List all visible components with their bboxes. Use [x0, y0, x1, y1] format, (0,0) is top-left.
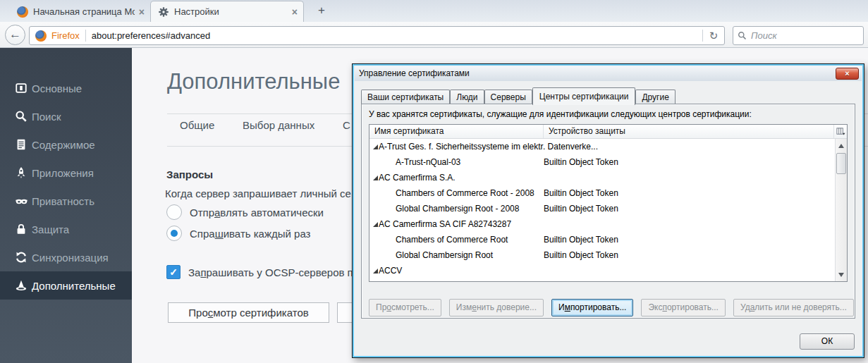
- sidebar-item-label: Основные: [32, 82, 82, 94]
- table-row[interactable]: Chambers of Commerce Root - 2008 Builtin…: [369, 185, 847, 201]
- firefox-page-icon: [35, 30, 47, 42]
- radio-button-selected[interactable]: [166, 226, 182, 241]
- certificates-table: Имя сертификата Устройство защиты A-Trus…: [369, 124, 848, 282]
- tab-authorities[interactable]: Центры сертификации: [532, 87, 636, 105]
- table-row[interactable]: Global Chambersign Root Builtin Object T…: [369, 247, 847, 263]
- radio-label: Спрашивать каждый раз: [190, 228, 310, 240]
- sidebar-item-label: Дополнительные: [32, 280, 116, 292]
- radio-button[interactable]: [166, 204, 182, 220]
- browser-tab-home[interactable]: Начальная страница Mozi... ×: [10, 1, 150, 22]
- scroll-down-icon[interactable]: [838, 273, 844, 277]
- view-certificates-button[interactable]: Просмотр сертификатов: [168, 302, 329, 323]
- table-header: Имя сертификата Устройство защиты: [369, 125, 847, 139]
- dialog-close-icon[interactable]: ×: [836, 68, 859, 80]
- search-icon: [15, 110, 32, 123]
- table-row[interactable]: A-Trust-nQual-03 Builtin Object Token: [369, 154, 847, 170]
- expanded-twisty-icon[interactable]: [373, 269, 378, 273]
- tab-others[interactable]: Другие: [635, 90, 675, 104]
- privacy-mask-icon: [15, 195, 32, 208]
- page-title: Дополнительные: [167, 69, 340, 94]
- vertical-scrollbar[interactable]: [835, 139, 847, 282]
- close-tab-icon[interactable]: ×: [139, 6, 145, 18]
- checkbox-label: Запрашивать у OCSP-серверов по: [188, 266, 359, 278]
- dialog-tab-panel: У вас хранятся сертификаты, служащие для…: [361, 104, 855, 319]
- table-row[interactable]: Chambers of Commerce Root Builtin Object…: [369, 232, 847, 247]
- tab-label: Начальная страница Mozi...: [33, 6, 135, 17]
- tab-your-certificates[interactable]: Ваши сертификаты: [361, 90, 450, 104]
- view-button[interactable]: Просмотреть...: [369, 299, 441, 316]
- back-button[interactable]: ←: [5, 25, 25, 45]
- import-button[interactable]: Импортировать...: [551, 299, 633, 316]
- gear-icon: [158, 6, 169, 18]
- radio-label: Отправлять автоматически: [190, 207, 324, 219]
- sidebar-item-label: Защита: [32, 223, 69, 235]
- search-icon: [738, 31, 747, 40]
- checkbox-checked-icon[interactable]: ✓: [166, 265, 181, 279]
- content-tab-data-choices[interactable]: Выбор данных: [243, 119, 314, 131]
- dialog-button-row: Просмотреть... Изменить доверие... Импор…: [369, 299, 848, 316]
- scroll-up-icon[interactable]: [838, 144, 844, 148]
- certificate-manager-dialog: Управление сертификатами × Ваши сертифик…: [352, 63, 864, 358]
- content-tab-certificates[interactable]: С: [343, 119, 350, 131]
- ocsp-checkbox-row[interactable]: ✓ Запрашивать у OCSP-серверов по: [166, 265, 359, 279]
- table-row[interactable]: ACCV: [369, 263, 847, 278]
- sidebar-item-label: Синхронизация: [32, 252, 109, 264]
- radio-option-ask-every-time[interactable]: Спрашивать каждый раз: [166, 226, 310, 241]
- dialog-description: У вас хранятся сертификаты, служащие для…: [369, 109, 752, 119]
- general-icon: [15, 82, 32, 94]
- browser-tab-settings[interactable]: Настройки ×: [150, 1, 304, 22]
- firefox-icon: [17, 6, 28, 18]
- tab-servers[interactable]: Серверы: [484, 90, 532, 104]
- sidebar-item-search[interactable]: Поиск: [0, 102, 132, 130]
- table-body: A-Trust Ges. f. Sicherheitssysteme im el…: [369, 139, 847, 282]
- table-row[interactable]: A-Trust Ges. f. Sicherheitssysteme im el…: [369, 139, 847, 154]
- search-input[interactable]: [751, 30, 868, 41]
- search-box[interactable]: [733, 26, 864, 45]
- expanded-twisty-icon[interactable]: [373, 144, 378, 149]
- sidebar-item-general[interactable]: Основные: [0, 74, 132, 102]
- edit-trust-button[interactable]: Изменить доверие...: [449, 299, 544, 316]
- scrollbar-thumb[interactable]: [836, 153, 846, 174]
- sidebar-item-applications[interactable]: Приложения: [0, 159, 132, 187]
- column-header-device[interactable]: Устройство защиты: [544, 125, 833, 138]
- sidebar-item-content[interactable]: Содержимое: [0, 130, 132, 159]
- navigation-toolbar: ← Firefox ↻: [0, 22, 868, 48]
- identity-label[interactable]: Firefox: [51, 30, 80, 41]
- preferences-sidebar: Основные Поиск Содержим: [0, 48, 132, 363]
- table-row[interactable]: AC Camerfirma SA CIF A82743287: [369, 216, 847, 232]
- expanded-twisty-icon[interactable]: [373, 176, 378, 180]
- sidebar-item-security[interactable]: Защита: [0, 215, 132, 243]
- ok-button[interactable]: ОК: [800, 333, 855, 350]
- column-picker-icon[interactable]: [833, 125, 847, 138]
- sidebar-item-label: Поиск: [32, 111, 61, 123]
- content-tab-general[interactable]: Общие: [180, 119, 214, 131]
- sync-icon: [15, 251, 32, 264]
- content-icon: [15, 138, 32, 151]
- close-tab-icon[interactable]: ×: [292, 6, 298, 18]
- request-description: Когда сервер запрашивает личный се: [165, 187, 351, 199]
- dialog-tab-bar: Ваши сертификаты Люди Серверы Центры сер…: [361, 87, 676, 104]
- table-row[interactable]: AC Camerfirma S.A.: [369, 170, 847, 185]
- sidebar-item-label: Содержимое: [32, 139, 95, 151]
- section-heading: Запросы: [166, 168, 213, 180]
- sidebar-item-label: Приложения: [32, 167, 94, 179]
- table-row[interactable]: Global Chambersign Root - 2008 Builtin O…: [369, 201, 847, 216]
- url-input[interactable]: [86, 30, 702, 41]
- column-header-name[interactable]: Имя сертификата: [369, 125, 544, 138]
- delete-or-distrust-button[interactable]: Удалить или не доверять...: [733, 299, 854, 316]
- sidebar-item-sync[interactable]: Синхронизация: [0, 243, 132, 271]
- expanded-twisty-icon[interactable]: [373, 222, 378, 227]
- tab-people[interactable]: Люди: [450, 90, 484, 104]
- advanced-icon: [15, 279, 32, 292]
- sidebar-item-label: Приватность: [32, 195, 94, 207]
- new-tab-button[interactable]: +: [312, 4, 331, 18]
- sidebar-item-privacy[interactable]: Приватность: [0, 187, 132, 215]
- security-lock-icon: [15, 223, 32, 235]
- url-bar[interactable]: Firefox ↻: [29, 26, 725, 45]
- radio-option-auto-send[interactable]: Отправлять автоматически: [166, 204, 324, 220]
- firefox-window: Начальная страница Mozi... × Настройки ×: [0, 0, 868, 363]
- reload-icon[interactable]: ↻: [703, 30, 724, 42]
- sidebar-item-advanced[interactable]: Дополнительные: [0, 271, 132, 300]
- export-button[interactable]: Экспортировать...: [641, 299, 726, 316]
- dialog-title[interactable]: Управление сертификатами: [355, 66, 862, 81]
